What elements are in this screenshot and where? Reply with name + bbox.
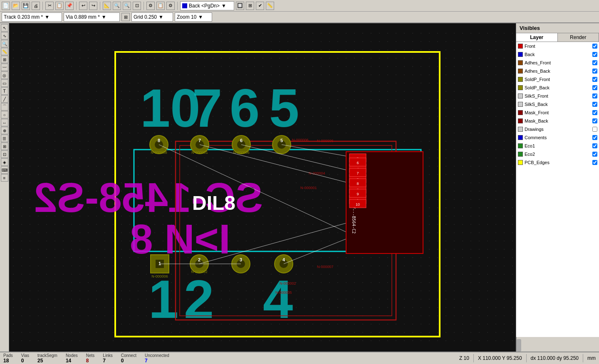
via-tool[interactable]: ◎	[1, 71, 8, 79]
pcb-icon[interactable]: 🔲	[236, 2, 244, 10]
dim-tool[interactable]: ↔	[1, 119, 8, 126]
connect-label: Connect	[121, 353, 136, 358]
zoom-in-button[interactable]: 🔍	[113, 2, 121, 10]
pcb-canvas[interactable]: + 10 7 6 5 1 2 4 SC-1458-S2	[9, 23, 516, 352]
measure-tool[interactable]: 📏	[1, 48, 8, 55]
line-tool[interactable]: ╱	[1, 95, 8, 103]
layer-checkbox-0[interactable]	[592, 44, 597, 49]
arc-tool[interactable]: ⌒	[1, 103, 8, 111]
layer-item-comments[interactable]: Comments	[516, 133, 599, 142]
svg-text:N-000006: N-000006	[317, 139, 334, 143]
ratsnest-button[interactable]: ⊞	[246, 2, 254, 10]
layer-checkbox-10[interactable]	[592, 127, 597, 132]
layer-item-adhes_back[interactable]: Adhes_Back	[516, 67, 599, 75]
via-size-dropdown[interactable]: Via 0.889 mm * ▼	[64, 12, 120, 22]
zoom-dropdown[interactable]: Zoom 10 ▼	[175, 12, 212, 22]
settings-button[interactable]: ⚙	[166, 2, 175, 10]
zoom-fit-button[interactable]: ⊡	[133, 2, 141, 10]
unconnected-value: 7	[145, 358, 148, 364]
nodes-status: Nodes 14	[66, 353, 78, 364]
grid-settings-button[interactable]: ⊞	[121, 13, 130, 21]
svg-text:RV---B564-C2: RV---B564-C2	[351, 204, 356, 234]
text-tool[interactable]: T	[1, 87, 8, 95]
svg-text:N-000005: N-000005	[275, 290, 292, 295]
footprint-tool[interactable]: ⊞	[1, 56, 8, 63]
zoom-out-button[interactable]: 🔍	[123, 2, 131, 10]
right-scrollbar[interactable]	[516, 337, 521, 352]
drc-button[interactable]: ✔	[256, 2, 264, 10]
open-button[interactable]: 📂	[12, 2, 20, 10]
copy-button[interactable]: 📋	[55, 2, 64, 10]
layer-item-silks_back[interactable]: SilkS_Back	[516, 100, 599, 108]
layer-checkbox-1[interactable]	[592, 52, 597, 57]
layer-item-soldp_back[interactable]: SoldP_Back	[516, 84, 599, 92]
svg-text:7: 7	[192, 78, 222, 138]
3d-tool[interactable]: ◈	[1, 158, 8, 166]
layer-checkbox-4[interactable]	[592, 77, 597, 82]
links-label: Links	[103, 353, 112, 358]
misc-tool[interactable]: ≡	[1, 174, 8, 182]
paste-button[interactable]: 📌	[65, 2, 74, 10]
layer-name-6: SilkS_Front	[525, 93, 591, 98]
layer-checkbox-6[interactable]	[592, 93, 597, 98]
nodes-value: 14	[66, 358, 71, 364]
layer-checkbox-14[interactable]	[592, 160, 597, 165]
layer-item-back[interactable]: Back	[516, 50, 599, 59]
layer-name-2: Adhes_Front	[525, 60, 591, 65]
save-button[interactable]: 💾	[22, 2, 30, 10]
new-button[interactable]: 📄	[2, 2, 10, 10]
layer-item-soldp_front[interactable]: SoldP_Front	[516, 75, 599, 84]
route-track-tool[interactable]: ∿	[1, 32, 8, 39]
back-layer-dropdown[interactable]: Back <PgDn> ▼	[180, 1, 234, 10]
cut-button[interactable]: ✂	[45, 2, 54, 10]
footprint-button[interactable]: 📏	[266, 2, 274, 10]
undo-button[interactable]: ↩	[79, 2, 87, 10]
layer-checkbox-11[interactable]	[592, 135, 597, 140]
svg-text:8 N<I: 8 N<I	[130, 216, 230, 262]
layer-item-drawings[interactable]: Drawings	[516, 125, 599, 133]
sep1	[42, 2, 43, 10]
layer-checkbox-5[interactable]	[592, 85, 597, 90]
svg-text:7: 7	[356, 171, 359, 175]
select-tool[interactable]: ↖	[1, 24, 8, 32]
zone-tool[interactable]: ▭	[1, 79, 8, 87]
layer-item-mask_back[interactable]: Mask_Back	[516, 117, 599, 125]
visibles-title: Visibles	[520, 25, 540, 31]
layer-checkbox-12[interactable]	[592, 143, 597, 148]
layer-item-front[interactable]: Front	[516, 42, 599, 50]
layer-item-mask_front[interactable]: Mask_Front	[516, 108, 599, 117]
layer-tool[interactable]: ☰	[1, 135, 8, 142]
layer-checkbox-13[interactable]	[592, 152, 597, 157]
tracksegm-value: 25	[37, 358, 43, 364]
zoom-area-tool[interactable]: 🔍	[1, 40, 8, 47]
print-button[interactable]: 🖨	[32, 2, 40, 10]
tab-render[interactable]: Render	[558, 33, 599, 42]
grid-dropdown[interactable]: Grid 0.250 ▼	[131, 12, 173, 22]
layer-item-adhes_front[interactable]: Adhes_Front	[516, 59, 599, 67]
tab-layer[interactable]: Layer	[516, 33, 558, 42]
coord-sep2	[526, 354, 527, 362]
layer-item-eco2[interactable]: Eco2	[516, 150, 599, 158]
script-tool[interactable]: ⌨	[1, 166, 8, 174]
plot-button[interactable]: 📐	[103, 2, 111, 10]
layer-checkbox-3[interactable]	[592, 69, 597, 74]
track-tool[interactable]: 〰	[1, 64, 8, 71]
grid-tool[interactable]: ⊞	[1, 143, 8, 150]
track-width-dropdown[interactable]: Track 0.203 mm * ▼	[2, 12, 62, 22]
layer-checkbox-9[interactable]	[592, 118, 597, 123]
nodes-label: Nodes	[66, 353, 78, 358]
snap-tool[interactable]: ⊡	[1, 150, 8, 158]
sep3	[100, 2, 100, 10]
layer-color-11	[518, 135, 523, 140]
layer-checkbox-7[interactable]	[592, 102, 597, 107]
layer-checkbox-8[interactable]	[592, 110, 597, 115]
target-tool[interactable]: ⊕	[1, 127, 8, 134]
layer-item-eco1[interactable]: Eco1	[516, 142, 599, 150]
layer-checkbox-2[interactable]	[592, 60, 597, 65]
design-rules-button[interactable]: ⚙	[146, 2, 155, 10]
redo-button[interactable]: ↪	[89, 2, 97, 10]
layer-item-silks_front[interactable]: SilkS_Front	[516, 92, 599, 100]
netlist-button[interactable]: 📋	[156, 2, 165, 10]
layer-item-pcb_edges[interactable]: PCB_Edges	[516, 158, 599, 167]
circle-tool[interactable]: ○	[1, 111, 8, 118]
